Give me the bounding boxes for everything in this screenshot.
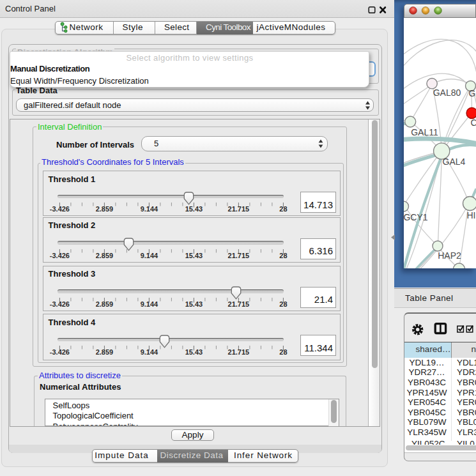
svg-text:GAL11: GAL11 [411, 127, 438, 137]
svg-text:GAL4: GAL4 [442, 156, 465, 166]
svg-text:GAL80: GAL80 [433, 87, 461, 97]
svg-text:HAP2: HAP2 [438, 250, 461, 260]
svg-text:GA: GA [468, 88, 476, 98]
svg-text:HI: HI [466, 210, 475, 220]
svg-text:GCY1: GCY1 [404, 211, 428, 222]
svg-text:C: C [470, 117, 476, 127]
